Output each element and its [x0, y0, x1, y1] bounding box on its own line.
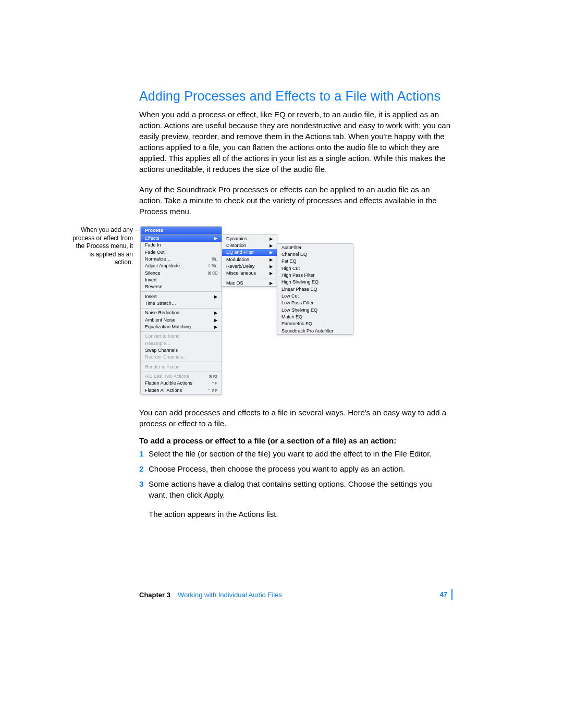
eq-filter-submenu: AutoFilterChannel EQFat EQHigh CutHigh P… [277, 243, 353, 335]
menu-item[interactable]: Normalize…⌘L [141, 255, 222, 262]
menu-item-shortcut: ⌘F2 [209, 374, 217, 379]
footer-chapter-title: Working with Individual Audio Files [178, 591, 282, 599]
menu-item[interactable]: Reverse [141, 283, 222, 290]
menu-item[interactable]: High Shelving EQ [277, 279, 353, 286]
menu-item-label: Match EQ [282, 314, 302, 319]
menu-item[interactable]: Adjust Amplitude…⇧⌘L [141, 263, 222, 269]
menu-item[interactable]: Channel EQ [277, 251, 353, 257]
menu-item[interactable]: Noise Reduction▶ [141, 310, 222, 316]
menu-item-label: Ambient Noise [145, 317, 176, 323]
menu-item[interactable]: Linear Phase EQ [277, 286, 353, 292]
menu-item[interactable]: Low Pass Filter [277, 300, 353, 306]
menu-item-label: Equalization Matching [145, 324, 191, 329]
menu-item[interactable]: Low Shelving EQ [277, 306, 353, 313]
menu-item-label: AutoFilter [282, 245, 302, 250]
menu-item-label: Modulation [226, 257, 249, 262]
menu-item[interactable]: Dynamics▶ [222, 235, 277, 242]
menu-item[interactable]: Reorder Channels… [141, 354, 222, 361]
body-paragraph: You can add processes and effects to a f… [139, 407, 450, 429]
menu-item[interactable]: Miscellaneous▶ [222, 270, 277, 277]
step-item: 1Select the file (or section of the file… [139, 448, 450, 459]
step-list: 1Select the file (or section of the file… [139, 448, 450, 500]
menu-item-label: Adjust Amplitude… [145, 263, 185, 268]
menu-item-label: High Shelving EQ [282, 279, 319, 285]
menu-item-label: Distortion [226, 243, 246, 248]
menu-item-label: Flatten Audible Actions [145, 380, 192, 386]
menu-item-shortcut: ⇧⌘L [207, 264, 217, 268]
menu-item-label: Fade In [145, 242, 161, 248]
menu-item[interactable]: Equalization Matching▶ [141, 323, 222, 330]
menu-item-label: Low Shelving EQ [282, 307, 317, 313]
menu-item-label: Resample… [145, 341, 171, 346]
menu-item-label: Time Stretch… [145, 301, 176, 306]
menu-item[interactable]: Invert [141, 276, 222, 283]
menu-item-label: EQ and Filter [226, 250, 254, 255]
menu-item[interactable]: Fade In [141, 242, 222, 249]
submenu-arrow-icon: ▶ [214, 325, 217, 329]
submenu-arrow-icon: ▶ [214, 236, 217, 241]
menu-item-shortcut: ⌘⌫ [207, 271, 217, 276]
menu-item[interactable]: Ambient Noise▶ [141, 316, 222, 323]
menu-item-label: Low Cut [282, 293, 299, 299]
result-paragraph: The action appears in the Actions list. [149, 510, 450, 519]
submenu-arrow-icon: ▶ [270, 250, 273, 255]
menu-item[interactable]: High Pass Filter [277, 272, 353, 278]
figure-menu-callout: When you add any process or effect from … [71, 226, 450, 394]
menu-item[interactable]: Insert▶ [141, 293, 222, 300]
menu-item[interactable]: Convert to Mono [141, 333, 222, 340]
section-heading: Adding Processes and Effects to a File w… [139, 89, 450, 104]
menu-item[interactable]: Distortion▶ [222, 242, 277, 249]
process-menu: Process Effects▶Fade InFade OutNormalize… [140, 226, 222, 394]
menu-item-label: Mac OS [226, 280, 243, 286]
step-item: 2Choose Process, then choose the process… [139, 463, 450, 474]
menu-item-label: Render to Action [145, 364, 180, 369]
menu-item[interactable]: High Cut [277, 265, 353, 272]
submenu-arrow-icon: ▶ [270, 257, 273, 262]
effects-submenu-body: Dynamics▶Distortion▶EQ and Filter▶Modula… [222, 235, 277, 286]
menu-item-label: A/B Last Two Actions [145, 374, 189, 379]
menu-item[interactable]: Parametric EQ [277, 320, 353, 327]
eq-filter-submenu-body: AutoFilterChannel EQFat EQHigh CutHigh P… [277, 244, 353, 334]
menu-item[interactable]: Render to Action [141, 363, 222, 370]
submenu-arrow-icon: ▶ [270, 264, 273, 269]
menu-item-label: Swap Channels [145, 348, 178, 353]
menu-item[interactable]: EQ and Filter▶ [222, 249, 277, 256]
menu-item[interactable]: Flatten All Actions⌃⇧F [141, 387, 222, 393]
menu-item[interactable]: Soundtrack Pro Autofilter [277, 327, 353, 334]
body-paragraph: When you add a process or effect, like E… [139, 109, 450, 175]
menu-item[interactable]: A/B Last Two Actions⌘F2 [141, 373, 222, 380]
menu-item[interactable]: Fade Out [141, 249, 222, 255]
menu-item-label: Noise Reduction [145, 310, 179, 315]
menu-item[interactable]: Time Stretch… [141, 300, 222, 306]
menu-item[interactable]: AutoFilter [277, 244, 353, 251]
step-text: Select the file (or section of the file)… [149, 449, 432, 458]
menu-item-label: Reorder Channels… [145, 354, 188, 360]
step-text: Choose Process, then choose the process … [149, 464, 405, 473]
menu-item[interactable]: Resample… [141, 340, 222, 347]
menu-item[interactable]: Reverb/Delay▶ [222, 263, 277, 269]
menu-item-shortcut: ⌃⇧F [207, 388, 217, 393]
menu-item[interactable]: Swap Channels [141, 347, 222, 354]
menu-item-label: Parametric EQ [282, 321, 312, 326]
menu-cascades: Process Effects▶Fade InFade OutNormalize… [140, 226, 353, 394]
menu-item[interactable]: Fat EQ [277, 258, 353, 265]
footer-chapter-label: Chapter 3 [139, 591, 170, 599]
menu-item[interactable]: Effects▶ [141, 235, 222, 241]
body-paragraph: Any of the Soundtrack Pro processes or e… [139, 184, 450, 217]
menu-item-label: Silence [145, 270, 161, 276]
menu-item-label: Flatten All Actions [145, 388, 182, 393]
menu-item[interactable]: Mac OS▶ [222, 279, 277, 286]
menu-item[interactable]: Flatten Audible Actions⌃F [141, 380, 222, 387]
submenu-arrow-icon: ▶ [270, 243, 273, 248]
menu-item[interactable]: Silence⌘⌫ [141, 269, 222, 276]
menu-item[interactable]: Low Cut [277, 292, 353, 299]
menu-item-label: Reverse [145, 284, 163, 289]
menu-item-label: Fat EQ [282, 258, 297, 264]
menu-item[interactable]: Match EQ [277, 313, 353, 320]
task-heading: To add a process or effect to a file (or… [139, 436, 450, 445]
menu-item-label: Low Pass Filter [282, 300, 314, 305]
menu-item-label: High Pass Filter [282, 273, 315, 278]
menu-item[interactable]: Modulation▶ [222, 256, 277, 263]
menu-item-label: Normalize… [145, 256, 171, 262]
menu-item-label: Linear Phase EQ [282, 287, 317, 292]
